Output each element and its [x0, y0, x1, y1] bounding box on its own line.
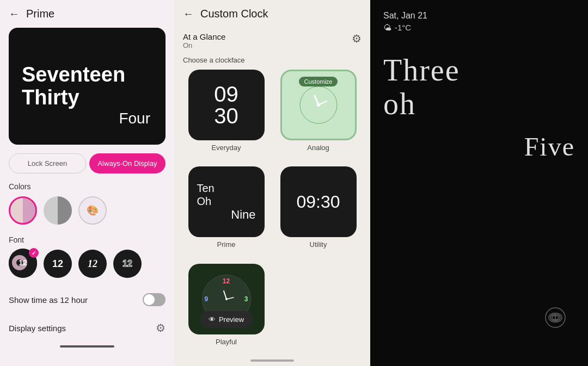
tab-lock-screen[interactable]: Lock Screen	[9, 153, 86, 173]
ata-glance-info: At a Glance On	[183, 32, 225, 49]
prime-label: Prime	[217, 240, 236, 249]
svg-text:12: 12	[19, 258, 27, 267]
lock-clock-five: Five	[383, 132, 575, 162]
font-option-2[interactable]: 12	[44, 250, 72, 278]
toggle-12hour-label: Show time as 12 hour	[9, 295, 88, 305]
clockface-utility[interactable]: 09:30 Utility	[275, 166, 362, 258]
color-options: 🎨	[0, 196, 174, 235]
panel-custom-clock: ← Custom Clock At a Glance On ⚙ Choose a…	[174, 0, 370, 366]
prime-title: Prime	[26, 8, 54, 20]
panel-lock: Sat, Jan 21 🌤 -1°C Three oh Five	[370, 0, 588, 366]
svg-line-8	[226, 297, 234, 299]
back-arrow-icon[interactable]: ←	[9, 8, 20, 20]
clockface-prime[interactable]: TenOh Nine Prime	[183, 166, 270, 258]
weather-icon: 🌤	[383, 23, 391, 32]
bottom-indicator	[60, 345, 114, 348]
clockface-playful-thumb: 12 3 6 9 👁 Preview	[188, 264, 265, 334]
ata-glance-row: At a Glance On ⚙	[174, 28, 370, 56]
lock-clock-line1: Three	[383, 53, 460, 87]
color-gray[interactable]	[44, 196, 72, 225]
choose-clockface-label: Choose a clockface	[174, 56, 370, 70]
prime-header: ← Prime	[0, 0, 174, 28]
selected-checkmark: ✓	[29, 248, 39, 258]
clockface-analog[interactable]: Customize Analog	[275, 70, 362, 161]
color-pink[interactable]	[9, 196, 37, 225]
temperature: -1°C	[395, 23, 411, 32]
clock-preview: Seventeen Thirty Four	[9, 28, 166, 145]
font-option-1[interactable]: 12 ✓	[9, 250, 37, 278]
clockface-everyday-thumb: 0930	[188, 70, 265, 140]
toggle-12hour[interactable]	[143, 293, 166, 306]
analog-clock-svg	[299, 86, 338, 124]
toggle-row-12hour: Show time as 12 hour	[0, 289, 174, 317]
svg-point-9	[225, 298, 228, 300]
playful-clock-hands	[213, 286, 240, 313]
font-option-4[interactable]: 12	[113, 250, 142, 278]
preview-eye-icon: 👁	[209, 315, 216, 324]
clockface-everyday[interactable]: 0930 Everyday	[183, 70, 270, 161]
prime-clock-display: TenOh Nine	[188, 173, 265, 231]
font-icon-4: 12	[122, 259, 132, 269]
analog-label: Analog	[307, 144, 329, 152]
svg-point-6	[317, 103, 320, 107]
font-options: 12 ✓ 12 12 12	[0, 250, 174, 289]
panel2-bottom-indicator	[250, 359, 294, 362]
ata-glance-sub: On	[183, 41, 225, 49]
utility-clock-display: 09:30	[296, 192, 340, 212]
customize-badge: Customize	[299, 77, 338, 86]
everyday-clock-display: 0930	[214, 83, 238, 127]
clockface-utility-thumb: 09:30	[280, 166, 357, 237]
custom-clock-title: Custom Clock	[200, 8, 362, 20]
tab-bar: Lock Screen Always-On Display	[9, 153, 166, 173]
panel-prime: ← Prime Seventeen Thirty Four Lock Scree…	[0, 0, 174, 366]
utility-label: Utility	[310, 240, 327, 249]
font-icon-2: 12	[52, 258, 63, 270]
clock-big-text: Seventeen Thirty	[22, 64, 152, 109]
custom-clock-header: ← Custom Clock	[174, 0, 370, 28]
lock-weather: 🌤 -1°C	[383, 23, 575, 32]
font-option-3[interactable]: 12	[78, 250, 107, 278]
display-settings-label: Display settings	[9, 324, 66, 333]
clockface-grid: 0930 Everyday Customize Analog	[174, 70, 370, 355]
everyday-label: Everyday	[211, 144, 241, 152]
lock-clock-line2: oh	[383, 87, 416, 121]
font-label: Font	[0, 235, 174, 250]
palette-icon: 🎨	[87, 204, 99, 216]
fingerprint-icon[interactable]	[544, 307, 566, 333]
clockface-analog-thumb: Customize	[280, 70, 357, 140]
colors-label: Colors	[0, 182, 174, 196]
ata-glance-title: At a Glance	[183, 32, 225, 41]
clockface-playful[interactable]: 12 3 6 9 👁 Preview Playful	[183, 264, 270, 355]
lock-date: Sat, Jan 21	[383, 11, 575, 21]
color-custom[interactable]: 🎨	[78, 196, 107, 225]
preview-button[interactable]: 👁 Preview	[200, 311, 253, 328]
playful-label: Playful	[216, 338, 237, 346]
custom-clock-back-icon[interactable]: ←	[183, 8, 194, 20]
ata-glance-gear-icon[interactable]: ⚙	[352, 32, 362, 45]
display-settings-row: Display settings ⚙	[0, 317, 174, 339]
clockface-prime-thumb: TenOh Nine	[188, 166, 265, 237]
tab-always-on-display[interactable]: Always-On Display	[89, 153, 166, 173]
svg-line-7	[224, 291, 226, 299]
clock-small-text: Four	[119, 110, 150, 127]
font-icon-3: 12	[88, 258, 97, 270]
lock-clock-main: Three oh	[383, 54, 575, 121]
display-settings-gear-icon[interactable]: ⚙	[156, 321, 166, 334]
